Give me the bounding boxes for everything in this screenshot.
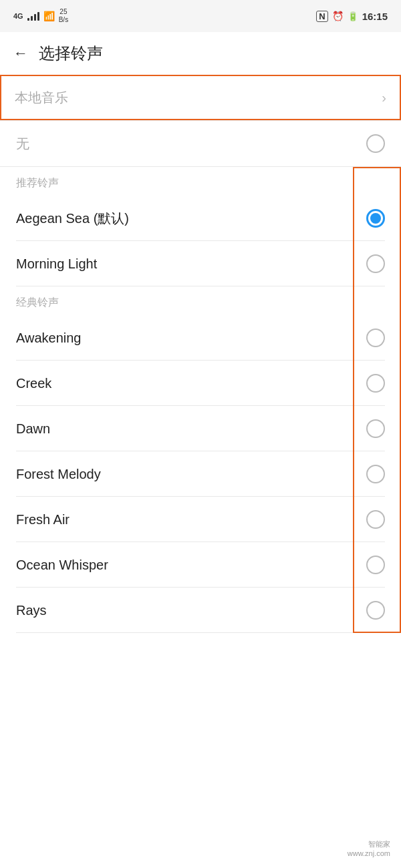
nfc-icon: N [316, 11, 327, 22]
section-title-classic: 经典铃声 [16, 296, 59, 308]
ringtone-name-rays: Rays [16, 603, 47, 618]
signal-label: 4G [13, 12, 23, 20]
radio-ocean-whisper[interactable] [366, 556, 385, 574]
ringtone-item-forest-melody[interactable]: Forest Melody [0, 451, 401, 497]
section-header-classic: 经典铃声 [0, 286, 401, 315]
local-music-row[interactable]: 本地音乐 › [0, 75, 401, 120]
signal-bars [27, 11, 39, 21]
ringtone-name-ocean-whisper: Ocean Whisper [16, 558, 108, 573]
page-header: ← 选择铃声 [0, 32, 401, 75]
status-right: N ⏰ 🔋 16:15 [316, 11, 388, 22]
ringtone-name-creek: Creek [16, 376, 51, 391]
radio-awakening[interactable] [366, 329, 385, 347]
radio-morning-light[interactable] [366, 254, 385, 273]
ringtone-item-morning-light[interactable]: Morning Light [0, 241, 401, 286]
radio-rays[interactable] [366, 601, 385, 620]
watermark-line1: 智能家 [348, 839, 390, 849]
ringtone-item-creek[interactable]: Creek [0, 361, 401, 406]
page-title: 选择铃声 [39, 43, 103, 64]
none-label: 无 [16, 135, 29, 153]
ringtone-name-forest-melody: Forest Melody [16, 467, 101, 482]
data-speed: 25B/s [59, 8, 68, 24]
ringtone-name-aegean-sea: Aegean Sea (默认) [16, 210, 129, 228]
section-title-recommended: 推荐铃声 [16, 177, 59, 188]
status-bar: 4G 📶 25B/s N ⏰ 🔋 16:15 [0, 0, 401, 32]
ringtone-item-ocean-whisper[interactable]: Ocean Whisper [0, 542, 401, 588]
ringtone-list-container: 推荐铃声 Aegean Sea (默认) Morning Light 经典铃声 … [0, 167, 401, 633]
wifi-icon: 📶 [43, 11, 55, 21]
ringtone-item-aegean-sea[interactable]: Aegean Sea (默认) [0, 196, 401, 241]
ringtone-item-fresh-air[interactable]: Fresh Air [0, 497, 401, 542]
ringtone-name-morning-light: Morning Light [16, 256, 97, 272]
radio-fresh-air[interactable] [366, 510, 385, 529]
radio-aegean-sea[interactable] [366, 209, 385, 228]
ringtone-item-dawn[interactable]: Dawn [0, 406, 401, 451]
ringtone-item-rays[interactable]: Rays [0, 588, 401, 633]
chevron-right-icon: › [382, 90, 386, 105]
section-header-recommended: 推荐铃声 [0, 167, 401, 196]
radio-forest-melody[interactable] [366, 465, 385, 483]
radio-dawn[interactable] [366, 419, 385, 438]
ringtone-item-awakening[interactable]: Awakening [0, 315, 401, 361]
alarm-icon: ⏰ [332, 11, 344, 21]
battery-icon: 🔋 [348, 11, 358, 21]
watermark-line2: www.znj.com [348, 849, 390, 857]
none-radio[interactable] [366, 134, 385, 153]
back-button[interactable]: ← [13, 45, 28, 62]
watermark: 智能家 www.znj.com [348, 839, 390, 857]
local-music-label: 本地音乐 [15, 89, 68, 107]
none-option-row[interactable]: 无 [0, 121, 401, 166]
ringtone-name-dawn: Dawn [16, 421, 50, 437]
time-display: 16:15 [362, 11, 388, 22]
radio-creek[interactable] [366, 374, 385, 393]
ringtone-name-fresh-air: Fresh Air [16, 512, 70, 527]
status-left: 4G 📶 25B/s [13, 8, 68, 24]
ringtone-name-awakening: Awakening [16, 331, 81, 346]
